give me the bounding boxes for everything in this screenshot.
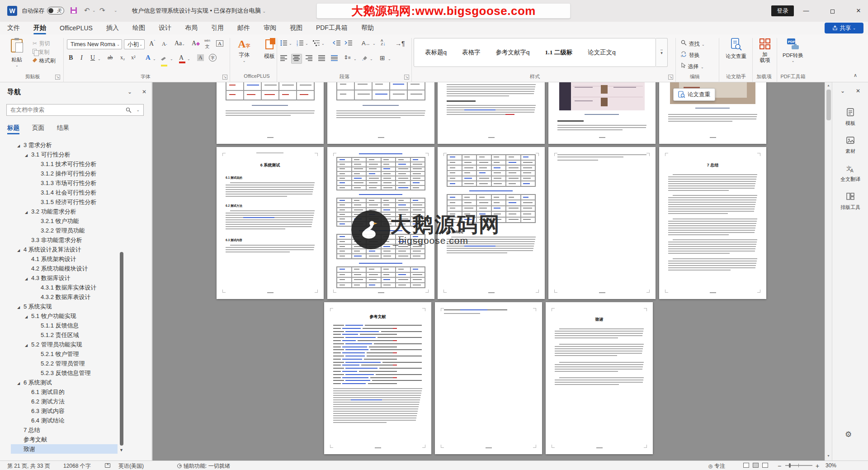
nav-item[interactable]: 3.1.1 技术可行性分析 [11, 159, 118, 169]
align-center-button[interactable] [293, 55, 300, 61]
page-thumbnail-sparseTop2[interactable] [435, 302, 542, 454]
sidebar-item-assets-pane[interactable]: 素材 [832, 136, 868, 154]
document-scrollbar[interactable]: ▲ ▼ [825, 82, 832, 461]
settings-gear-icon[interactable]: ⚙ [845, 430, 852, 439]
nav-item[interactable]: 5.1.2 责任区域 [11, 330, 118, 340]
sidebar-item-template-pane[interactable]: 模板 [832, 108, 868, 126]
redo-icon[interactable]: ↷ [99, 6, 105, 14]
underline-dropdown-icon[interactable]: ⌄ [98, 57, 101, 61]
expand-triangle-icon[interactable]: ◢ [17, 379, 24, 387]
nav-scrollbar-thumb[interactable] [120, 252, 123, 446]
shading-button[interactable] [362, 55, 368, 61]
find-button[interactable]: 查找 ⌄ [681, 39, 705, 48]
expand-triangle-icon[interactable]: ◢ [25, 341, 31, 349]
enclose-characters-button[interactable]: 字 [209, 54, 217, 62]
menu-tab-邮件[interactable]: 邮件 [236, 23, 251, 33]
expand-triangle-icon[interactable]: ◢ [17, 303, 24, 311]
clear-formatting-button[interactable]: A [192, 40, 199, 47]
nav-item[interactable]: ◢5.2 管理员功能实现 [11, 340, 118, 349]
save-icon[interactable] [71, 7, 77, 14]
language-indicator[interactable]: 英语(美国) [118, 462, 144, 470]
styles-dialog-launcher[interactable]: ↘ [668, 75, 673, 80]
minimize-button[interactable]: — [799, 5, 813, 16]
nav-tab-标题[interactable]: 标题 [7, 124, 19, 134]
zoom-level[interactable]: 30% [826, 462, 836, 469]
decrease-indent-button[interactable] [333, 40, 341, 46]
nav-item[interactable]: 5.2.3 反馈信息管理 [11, 368, 118, 378]
select-button[interactable]: 选择 ⌄ [681, 62, 704, 71]
bullet-list-button[interactable] [280, 40, 288, 46]
nav-item[interactable]: 4.2 系统功能模块设计 [11, 264, 118, 273]
expand-triangle-icon[interactable]: ◢ [25, 208, 31, 216]
replace-button[interactable]: bc 替换 [681, 51, 699, 59]
nav-item[interactable]: ◢5 系统实现 [11, 302, 118, 311]
page-thumbnail-references[interactable]: 参考文献 [324, 302, 431, 454]
phonetic-guide-button[interactable]: wén文 [204, 39, 210, 49]
page-thumbnail-testPage[interactable]: 6 系统测试6.1 测试目的6.2 测试方法6.3 测试内容 [217, 147, 324, 299]
nav-tab-页面[interactable]: 页面 [32, 124, 44, 134]
thesis-check-button[interactable]: 论文查重 [722, 38, 750, 60]
menu-tab-OfficePLUS[interactable]: OfficePLUS [59, 23, 94, 33]
nav-item[interactable]: ◢3.2 功能需求分析 [11, 207, 118, 216]
sidebar-item-translate-pane[interactable]: 文A全文翻译 [832, 164, 868, 182]
numbered-list-button[interactable]: 123 [297, 40, 304, 46]
increase-indent-button[interactable] [344, 40, 353, 46]
nav-item[interactable]: 致谢 [11, 444, 118, 454]
nav-item[interactable]: 5.2.2 管理员管理 [11, 359, 118, 368]
borders-button[interactable]: ⊞ [380, 54, 385, 62]
page-thumbnail-tblRedBottom[interactable] [217, 82, 324, 144]
grow-font-button[interactable]: Aˆ [149, 40, 155, 47]
style-item[interactable]: 论文正文q [588, 48, 616, 57]
zoom-out-button[interactable]: − [778, 462, 781, 470]
highlight-button[interactable] [161, 54, 167, 64]
page-thumbnail-tblBottom[interactable] [327, 82, 434, 144]
sort-button[interactable]: AZ↓ [381, 39, 386, 47]
focus-mode-button[interactable]: ◎ 专注 [708, 462, 725, 470]
cut-button[interactable]: ✂ 剪切 [33, 39, 50, 47]
doc-scroll-down-icon[interactable]: ▼ [827, 454, 830, 457]
zoom-slider[interactable] [785, 465, 812, 466]
strikethrough-button[interactable]: ab [108, 54, 113, 61]
nav-item[interactable]: 参考文献 [11, 435, 118, 444]
menu-tab-视图[interactable]: 视图 [289, 23, 303, 33]
share-button[interactable]: 共享 ⌄ [825, 23, 863, 33]
nav-item[interactable]: 7 总结 [11, 425, 118, 435]
expand-triangle-icon[interactable]: ◢ [25, 312, 31, 321]
menu-tab-文件[interactable]: 文件 [6, 23, 21, 33]
menu-tab-插入[interactable]: 插入 [105, 23, 120, 33]
font-size-select[interactable]: 小初⌄ [124, 39, 145, 49]
nav-item[interactable]: ◢4.3 数据库设计 [11, 273, 118, 283]
change-case-button[interactable]: Aa⌄ [175, 40, 185, 47]
proofing-icon[interactable] [105, 462, 110, 469]
format-painter-button[interactable]: 格式刷 [33, 56, 55, 65]
nav-item[interactable]: 6.1 测试目的 [11, 387, 118, 397]
read-mode-icon[interactable] [743, 463, 749, 468]
doc-scrollbar-thumb[interactable] [826, 90, 831, 120]
nav-item[interactable]: ◢3.1 可行性分析 [11, 150, 118, 159]
nav-item[interactable]: 3.1.3 市场可行性分析 [11, 178, 118, 188]
multilevel-list-button[interactable] [313, 40, 320, 46]
collapse-ribbon-icon[interactable]: ∧ [854, 72, 857, 78]
font-dialog-launcher[interactable]: ↘ [222, 75, 227, 80]
nav-item[interactable]: 4.3.2 数据库表设计 [11, 292, 118, 302]
menu-tab-帮助[interactable]: 帮助 [360, 23, 375, 33]
justify-button[interactable] [318, 55, 326, 61]
nav-item[interactable]: 3.2.1 牧户功能 [11, 216, 118, 226]
asian-layout-button[interactable]: A↔ [362, 40, 370, 47]
pdf-convert-button[interactable]: PDF PDF转换 ⌄ [779, 38, 807, 63]
nav-item[interactable]: 3.1.4 社会可行性分析 [11, 188, 118, 197]
bold-button[interactable]: B [69, 54, 73, 62]
underline-button[interactable]: U [90, 54, 95, 62]
character-shading-button[interactable]: A [197, 54, 204, 61]
line-spacing-button[interactable]: ⇕≡ [344, 54, 351, 61]
text-effects-button[interactable]: A [146, 54, 151, 62]
nav-scroll-down-icon[interactable]: ▼ [119, 448, 123, 452]
nav-item[interactable]: 5.2.1 牧户管理 [11, 349, 118, 359]
distribute-button[interactable] [331, 55, 338, 61]
expand-triangle-icon[interactable]: ◢ [25, 274, 31, 283]
quick-toolbar-dropdown-icon[interactable]: ⌄ [114, 8, 118, 13]
menu-tab-设计[interactable]: 设计 [158, 23, 172, 33]
nav-item[interactable]: 6.3 测试内容 [11, 406, 118, 416]
menu-tab-布局[interactable]: 布局 [184, 23, 198, 33]
login-button[interactable]: 登录 [771, 5, 794, 16]
